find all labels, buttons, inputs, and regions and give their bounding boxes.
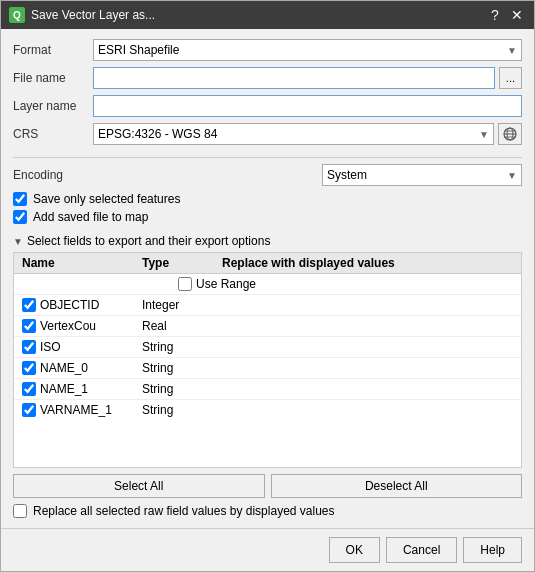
field-objectid-name: OBJECTID (40, 298, 99, 312)
format-combo[interactable]: ESRI Shapefile ▼ (93, 39, 522, 61)
select-all-button[interactable]: Select All (13, 474, 265, 498)
deselect-all-button[interactable]: Deselect All (271, 474, 523, 498)
encoding-combo-arrow: ▼ (507, 170, 517, 181)
table-row: NAME_1 String (14, 379, 521, 400)
app-icon: Q (9, 7, 25, 23)
ok-button[interactable]: OK (329, 537, 380, 563)
crs-row: CRS EPSG:4326 - WGS 84 ▼ (13, 123, 522, 145)
globe-icon (502, 126, 518, 142)
replace-checkbox[interactable] (13, 504, 27, 518)
field-type-cell: Real (138, 319, 218, 333)
filename-input[interactable] (93, 67, 495, 89)
title-bar: Q Save Vector Layer as... ? ✕ (1, 1, 534, 29)
crs-value: EPSG:4326 - WGS 84 (98, 127, 217, 141)
layername-label: Layer name (13, 99, 93, 113)
save-selected-checkbox[interactable] (13, 192, 27, 206)
field-name-cell: VertexCou (18, 319, 138, 333)
field-iso-type: String (142, 340, 173, 354)
layername-row: Layer name (13, 95, 522, 117)
field-vertexcou-type: Real (142, 319, 167, 333)
field-type-cell: String (138, 403, 218, 417)
field-name-cell: ISO (18, 340, 138, 354)
field-name-cell: NAME_0 (18, 361, 138, 375)
globe-button[interactable] (498, 123, 522, 145)
field-vertexcou-checkbox[interactable] (22, 319, 36, 333)
crs-label: CRS (13, 127, 93, 141)
field-name-cell: NAME_1 (18, 382, 138, 396)
title-bar-buttons: ? ✕ (486, 6, 526, 24)
field-varname1-checkbox[interactable] (22, 403, 36, 417)
format-combo-arrow: ▼ (507, 45, 517, 56)
format-control: ESRI Shapefile ▼ (93, 39, 522, 61)
col-replace-header: Replace with displayed values (218, 256, 517, 270)
layername-control (93, 95, 522, 117)
field-name0-name: NAME_0 (40, 361, 88, 375)
col-name-header: Name (18, 256, 138, 270)
format-row: Format ESRI Shapefile ▼ (13, 39, 522, 61)
use-range-row: Use Range (14, 274, 521, 295)
field-varname1-type: String (142, 403, 173, 417)
use-range-label: Use Range (196, 277, 256, 291)
browse-button[interactable]: ... (499, 67, 522, 89)
divider-1 (13, 157, 522, 158)
save-vector-layer-dialog: Q Save Vector Layer as... ? ✕ Format ESR… (0, 0, 535, 572)
format-label: Format (13, 43, 93, 57)
encoding-row: Encoding System ▼ (13, 164, 522, 186)
col-type-header: Type (138, 256, 218, 270)
table-row: VertexCou Real (14, 316, 521, 337)
field-name1-checkbox[interactable] (22, 382, 36, 396)
field-name1-type: String (142, 382, 173, 396)
bottom-buttons: OK Cancel Help (1, 528, 534, 571)
add-to-map-checkbox[interactable] (13, 210, 27, 224)
fields-section: Name Type Replace with displayed values … (13, 252, 522, 468)
field-name0-checkbox[interactable] (22, 361, 36, 375)
field-vertexcou-name: VertexCou (40, 319, 96, 333)
dialog-content: Format ESRI Shapefile ▼ File name ... La… (1, 29, 534, 528)
field-varname1-name: VARNAME_1 (40, 403, 112, 417)
fields-table-header: Name Type Replace with displayed values (14, 253, 521, 274)
encoding-combo[interactable]: System ▼ (322, 164, 522, 186)
field-type-cell: String (138, 361, 218, 375)
field-type-cell: String (138, 382, 218, 396)
field-type-cell: Integer (138, 298, 218, 312)
field-name0-type: String (142, 361, 173, 375)
replace-row: Replace all selected raw field values by… (13, 504, 522, 518)
fields-section-header: ▼ Select fields to export and their expo… (13, 234, 522, 248)
field-iso-name: ISO (40, 340, 61, 354)
select-buttons-row: Select All Deselect All (13, 474, 522, 498)
title-bar-left: Q Save Vector Layer as... (9, 7, 155, 23)
filename-control: ... (93, 67, 522, 89)
encoding-label: Encoding (13, 168, 63, 182)
dialog-title: Save Vector Layer as... (31, 8, 155, 22)
table-row: ISO String (14, 337, 521, 358)
save-selected-label: Save only selected features (33, 192, 180, 206)
help-dialog-button[interactable]: Help (463, 537, 522, 563)
field-objectid-type: Integer (142, 298, 179, 312)
field-objectid-checkbox[interactable] (22, 298, 36, 312)
field-name1-name: NAME_1 (40, 382, 88, 396)
field-name-cell: VARNAME_1 (18, 403, 138, 417)
filename-row: File name ... (13, 67, 522, 89)
filename-label: File name (13, 71, 93, 85)
cancel-button[interactable]: Cancel (386, 537, 457, 563)
table-row: VARNAME_1 String (14, 400, 521, 420)
fields-scroll[interactable]: Name Type Replace with displayed values … (14, 253, 521, 467)
help-button[interactable]: ? (486, 6, 504, 24)
field-name-cell: OBJECTID (18, 298, 138, 312)
add-to-map-row: Add saved file to map (13, 210, 522, 224)
field-iso-checkbox[interactable] (22, 340, 36, 354)
save-selected-row: Save only selected features (13, 192, 522, 206)
encoding-value: System (327, 168, 367, 182)
crs-control: EPSG:4326 - WGS 84 ▼ (93, 123, 522, 145)
section-label: Select fields to export and their export… (27, 234, 270, 248)
layername-input[interactable] (93, 95, 522, 117)
replace-label: Replace all selected raw field values by… (33, 504, 335, 518)
collapse-arrow[interactable]: ▼ (13, 236, 23, 247)
format-value: ESRI Shapefile (98, 43, 179, 57)
crs-combo[interactable]: EPSG:4326 - WGS 84 ▼ (93, 123, 494, 145)
table-row: NAME_0 String (14, 358, 521, 379)
crs-combo-arrow: ▼ (479, 129, 489, 140)
use-range-checkbox[interactable] (178, 277, 192, 291)
field-type-cell: String (138, 340, 218, 354)
close-button[interactable]: ✕ (508, 6, 526, 24)
